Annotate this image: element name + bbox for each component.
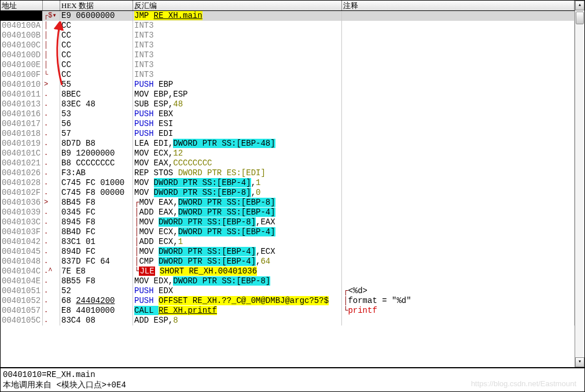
hex-cell[interactable]: B9 12000000 <box>60 149 133 158</box>
address-cell[interactable]: 0040100C <box>1 40 43 50</box>
header-address[interactable]: 地址 <box>1 1 43 10</box>
disasm-row[interactable]: 00401005┌$▾E9 06000000JMP RE_XH.main <box>1 11 575 21</box>
address-cell[interactable]: 0040101C <box>1 149 43 158</box>
hex-cell[interactable]: CC <box>60 31 133 40</box>
disasm-row[interactable]: 00401042.83C1 01│ADD ECX,1 <box>1 237 575 247</box>
disasm-row[interactable]: 00401017.56PUSH ESI <box>1 119 575 129</box>
disasm-row[interactable]: 00401018.57PUSH EDI <box>1 129 575 139</box>
address-cell[interactable]: 00401010 <box>1 80 43 90</box>
address-cell[interactable]: 00401026 <box>1 168 43 178</box>
disasm-row[interactable]: 00401052.68 24404200PUSH OFFSET RE_XH.??… <box>1 296 575 306</box>
address-cell[interactable]: 00401016 <box>1 109 43 119</box>
comment-cell[interactable] <box>342 50 575 60</box>
disasm-row[interactable]: 0040103F.8B4D FC│MOV ECX,DWORD PTR SS:[E… <box>1 227 575 237</box>
scroll-up-button[interactable]: ▴ <box>575 1 584 10</box>
comment-cell[interactable] <box>342 40 575 50</box>
comment-cell[interactable] <box>342 168 575 178</box>
disasm-cell[interactable]: │CMP DWORD PTR SS:[EBP-4],64 <box>133 257 342 267</box>
hex-cell[interactable]: 8B55 F8 <box>60 276 133 286</box>
disasm-cell[interactable]: INT3 <box>133 40 342 50</box>
disasm-cell[interactable]: ADD ESP,8 <box>133 316 342 326</box>
disasm-row[interactable]: 00401039.0345 FC│ADD EAX,DWORD PTR SS:[E… <box>1 208 575 217</box>
disasm-row[interactable]: 0040100E│CCINT3 <box>1 60 575 70</box>
disasm-row[interactable]: 0040100A│CCINT3 <box>1 21 575 31</box>
address-cell[interactable]: 00401013 <box>1 99 43 109</box>
comment-cell[interactable] <box>342 60 575 70</box>
disasm-row[interactable]: 00401051.52PUSH EDX┌<%d> <box>1 286 575 296</box>
disasm-row[interactable]: 00401021.B8 CCCCCCCCMOV EAX,CCCCCCCC <box>1 158 575 168</box>
address-cell[interactable]: 00401045 <box>1 247 43 257</box>
hex-cell[interactable]: 55 <box>60 80 133 90</box>
disasm-cell[interactable]: PUSH EBP <box>133 80 342 90</box>
header-hex[interactable]: HEX 数据 <box>60 1 133 10</box>
disasm-cell[interactable]: ┌MOV EAX,DWORD PTR SS:[EBP-8] <box>133 198 342 208</box>
hex-cell[interactable]: 8B45 F8 <box>60 198 133 208</box>
disasm-row[interactable]: 00401045.894D FC│MOV DWORD PTR SS:[EBP-4… <box>1 247 575 257</box>
comment-cell[interactable] <box>342 139 575 149</box>
disasm-cell[interactable]: │MOV ECX,DWORD PTR SS:[EBP-4] <box>133 227 342 237</box>
comment-cell[interactable] <box>342 80 575 90</box>
hex-cell[interactable]: 0345 FC <box>60 208 133 217</box>
hex-cell[interactable]: 53 <box>60 109 133 119</box>
comment-cell[interactable] <box>342 70 575 80</box>
hex-cell[interactable]: CC <box>60 60 133 70</box>
hex-cell[interactable]: 894D FC <box>60 247 133 257</box>
scroll-thumb[interactable] <box>576 12 584 24</box>
hex-cell[interactable]: 68 24404200 <box>60 296 133 306</box>
hex-cell[interactable]: 57 <box>60 129 133 139</box>
disasm-row[interactable]: 00401026.F3:ABREP STOS DWORD PTR ES:[EDI… <box>1 168 575 178</box>
address-cell[interactable]: 0040100A <box>1 21 43 31</box>
hex-cell[interactable]: 83C4 08 <box>60 316 133 326</box>
header-disasm[interactable]: 反汇编 <box>133 1 342 10</box>
hex-cell[interactable]: 83EC 48 <box>60 99 133 109</box>
comment-cell[interactable] <box>342 276 575 286</box>
disasm-cell[interactable]: INT3 <box>133 70 342 80</box>
comment-cell[interactable] <box>342 267 575 276</box>
hex-cell[interactable]: C745 FC 01000 <box>60 178 133 188</box>
disasm-cell[interactable]: │MOV DWORD PTR SS:[EBP-4],ECX <box>133 247 342 257</box>
disasm-row[interactable]: 00401010> 55PUSH EBP <box>1 80 575 90</box>
disasm-row[interactable]: 0040100D│CCINT3 <box>1 50 575 60</box>
address-cell[interactable]: 00401057 <box>1 306 43 316</box>
address-cell[interactable]: 0040100D <box>1 50 43 60</box>
disasm-row[interactable]: 0040104E.8B55 F8MOV EDX,DWORD PTR SS:[EB… <box>1 276 575 286</box>
address-cell[interactable]: 0040104C <box>1 267 43 276</box>
disasm-cell[interactable]: │MOV DWORD PTR SS:[EBP-8],EAX <box>133 217 342 227</box>
comment-cell[interactable] <box>342 99 575 109</box>
hex-cell[interactable]: F3:AB <box>60 168 133 178</box>
disasm-cell[interactable]: CALL RE_XH.printf <box>133 306 342 316</box>
hex-cell[interactable]: 837D FC 64 <box>60 257 133 267</box>
comment-cell[interactable] <box>342 257 575 267</box>
address-cell[interactable]: 0040100F <box>1 70 43 80</box>
vertical-scrollbar[interactable]: ▴ ▾ <box>575 1 584 367</box>
comment-cell[interactable] <box>342 119 575 129</box>
hex-cell[interactable]: E8 44010000 <box>60 306 133 316</box>
comment-cell[interactable] <box>342 158 575 168</box>
hex-cell[interactable]: CC <box>60 40 133 50</box>
hex-cell[interactable]: 83C1 01 <box>60 237 133 247</box>
disasm-row[interactable]: 00401036> 8B45 F8┌MOV EAX,DWORD PTR SS:[… <box>1 198 575 208</box>
disasm-cell[interactable]: SUB ESP,48 <box>133 99 342 109</box>
address-cell[interactable]: 00401018 <box>1 129 43 139</box>
address-cell[interactable]: 00401048 <box>1 257 43 267</box>
address-cell[interactable]: 00401005 <box>1 11 43 21</box>
scroll-track[interactable] <box>575 10 584 357</box>
address-cell[interactable]: 0040103F <box>1 227 43 237</box>
disasm-row[interactable]: 0040102F.C745 F8 00000MOV DWORD PTR SS:[… <box>1 188 575 198</box>
disasm-cell[interactable]: │ADD EAX,DWORD PTR SS:[EBP-4] <box>133 208 342 217</box>
comment-cell[interactable] <box>342 21 575 31</box>
disasm-row[interactable]: 0040105C.83C4 08ADD ESP,8 <box>1 316 575 326</box>
disasm-row[interactable]: 00401057.E8 44010000CALL RE_XH.printf└pr… <box>1 306 575 316</box>
address-cell[interactable]: 00401051 <box>1 286 43 296</box>
disasm-cell[interactable]: MOV DWORD PTR SS:[EBP-8],0 <box>133 188 342 198</box>
disasm-row[interactable]: 00401019.8D7D B8LEA EDI,DWORD PTR SS:[EB… <box>1 139 575 149</box>
comment-cell[interactable] <box>342 316 575 326</box>
address-cell[interactable]: 00401039 <box>1 208 43 217</box>
hex-cell[interactable]: 52 <box>60 286 133 296</box>
comment-cell[interactable] <box>342 109 575 119</box>
disasm-row[interactable]: 0040100C│CCINT3 <box>1 40 575 50</box>
comment-cell[interactable] <box>342 217 575 227</box>
comment-cell[interactable] <box>342 31 575 40</box>
hex-cell[interactable]: C745 F8 00000 <box>60 188 133 198</box>
address-cell[interactable]: 0040105C <box>1 316 43 326</box>
